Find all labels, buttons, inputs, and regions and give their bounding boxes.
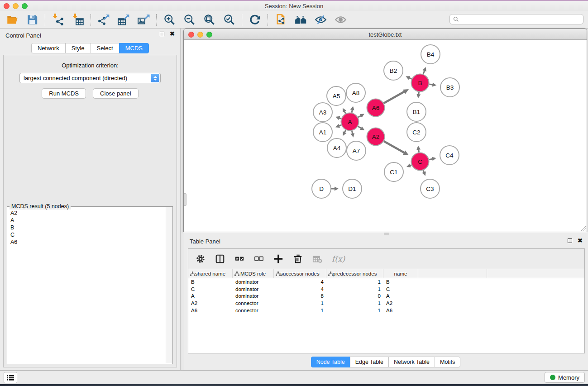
export-image-icon[interactable] bbox=[137, 13, 150, 27]
graph-node-D1[interactable]: D1 bbox=[343, 179, 362, 198]
graph-node-C[interactable]: C bbox=[411, 153, 429, 171]
graph-node-A[interactable]: A bbox=[341, 113, 359, 131]
edge-A6-B[interactable] bbox=[384, 91, 406, 103]
graph-node-B3[interactable]: B3 bbox=[440, 78, 459, 97]
result-item[interactable]: A6 bbox=[10, 238, 172, 246]
graph-node-A1[interactable]: A1 bbox=[313, 123, 332, 142]
network-canvas[interactable]: AA6A2BCA1A3A4A5A7A8B1B2B3B4C1C2C3C4DD1 bbox=[184, 40, 587, 232]
canvas-splitter-handle[interactable] bbox=[184, 193, 186, 206]
tab-network[interactable]: Network bbox=[31, 43, 66, 53]
result-scrollbar[interactable] bbox=[166, 207, 172, 363]
close-table-panel-icon[interactable]: ✖ bbox=[578, 238, 583, 243]
refresh-layout-icon[interactable] bbox=[248, 13, 262, 27]
cell[interactable]: A6 bbox=[188, 308, 233, 313]
graph-node-B4[interactable]: B4 bbox=[421, 45, 440, 64]
graph-node-A8[interactable]: A8 bbox=[346, 83, 365, 102]
cell[interactable]: A bbox=[383, 293, 418, 299]
column-header-empty[interactable] bbox=[418, 269, 487, 278]
memory-button[interactable]: Memory bbox=[545, 372, 585, 383]
vertical-splitter[interactable] bbox=[180, 29, 183, 370]
table-row[interactable]: A6connector11A6 bbox=[188, 307, 584, 314]
cell[interactable]: A6 bbox=[383, 308, 418, 313]
cell[interactable]: 1 bbox=[326, 286, 383, 292]
tab-style[interactable]: Style bbox=[65, 43, 91, 53]
hide-details-icon[interactable] bbox=[314, 13, 327, 27]
zoom-selected-icon[interactable] bbox=[222, 13, 236, 27]
graph-node-A6[interactable]: A6 bbox=[367, 99, 385, 117]
graph-node-A3[interactable]: A3 bbox=[313, 103, 332, 122]
delete-row-icon[interactable] bbox=[293, 253, 303, 265]
graph-node-A2[interactable]: A2 bbox=[367, 128, 385, 146]
table-row[interactable]: A2connector11A2 bbox=[188, 300, 584, 307]
graph-node-A5[interactable]: A5 bbox=[327, 86, 346, 105]
cell[interactable]: A2 bbox=[188, 300, 233, 306]
graph-node-A4[interactable]: A4 bbox=[327, 138, 346, 157]
settings-icon[interactable] bbox=[196, 253, 206, 265]
result-item[interactable]: B bbox=[10, 224, 172, 231]
cell[interactable]: connector bbox=[233, 300, 274, 306]
import-network-icon[interactable] bbox=[51, 13, 65, 27]
cell[interactable]: connector bbox=[233, 308, 274, 313]
table-row[interactable]: Bdominator41B bbox=[188, 278, 584, 286]
run-mcds-button[interactable]: Run MCDS bbox=[42, 88, 86, 99]
cell[interactable]: B bbox=[383, 279, 418, 285]
cell[interactable]: 1 bbox=[326, 308, 383, 313]
cell[interactable]: 1 bbox=[326, 300, 383, 306]
graph-node-B[interactable]: B bbox=[411, 74, 429, 92]
resize-grip-icon[interactable] bbox=[580, 225, 586, 231]
deselect-all-icon[interactable] bbox=[254, 253, 264, 265]
columns-icon[interactable] bbox=[215, 253, 225, 265]
graph-node-B2[interactable]: B2 bbox=[384, 61, 403, 80]
graph-node-C2[interactable]: C2 bbox=[407, 123, 426, 142]
cell[interactable]: A2 bbox=[383, 300, 418, 306]
cell[interactable]: C bbox=[188, 286, 233, 292]
tab-node-table[interactable]: Node Table bbox=[311, 357, 350, 367]
copy-style-icon[interactable] bbox=[274, 13, 287, 27]
home-icon[interactable] bbox=[294, 13, 307, 27]
cell[interactable]: A bbox=[188, 293, 233, 299]
zoom-in-icon[interactable] bbox=[163, 13, 176, 27]
result-item[interactable]: A2 bbox=[10, 210, 172, 217]
zoom-fit-icon[interactable] bbox=[202, 13, 216, 27]
graph-node-C1[interactable]: C1 bbox=[384, 162, 403, 181]
column-header-MCDS-role[interactable]: MCDS role bbox=[233, 269, 274, 278]
cell[interactable]: 1 bbox=[274, 308, 326, 313]
cell[interactable]: 0 bbox=[326, 293, 383, 299]
add-row-icon[interactable] bbox=[273, 253, 283, 265]
cell[interactable]: dominator bbox=[233, 286, 274, 292]
cell[interactable]: dominator bbox=[233, 293, 274, 299]
network-window-titlebar[interactable]: testGlobe.txt bbox=[184, 29, 587, 40]
save-session-icon[interactable] bbox=[25, 13, 39, 27]
column-header-predecessor-nodes[interactable]: predecessor nodes bbox=[326, 269, 383, 278]
cell[interactable]: 4 bbox=[274, 279, 326, 285]
export-table-icon[interactable] bbox=[117, 13, 130, 27]
table-row[interactable]: Cdominator41C bbox=[188, 286, 584, 293]
tab-motifs[interactable]: Motifs bbox=[435, 357, 460, 367]
float-table-panel-icon[interactable] bbox=[568, 238, 572, 243]
tab-edge-table[interactable]: Edge Table bbox=[350, 357, 389, 367]
graph-node-C3[interactable]: C3 bbox=[421, 179, 440, 198]
close-panel-icon[interactable]: ✖ bbox=[170, 32, 175, 36]
cell[interactable]: dominator bbox=[233, 279, 274, 285]
select-all-icon[interactable] bbox=[234, 253, 244, 265]
show-details-icon[interactable] bbox=[334, 13, 347, 27]
export-network-icon[interactable] bbox=[97, 13, 110, 27]
column-header-successor-nodes[interactable]: successor nodes bbox=[274, 269, 326, 278]
result-item[interactable]: C bbox=[10, 231, 172, 238]
table-row[interactable]: Adominator80A bbox=[188, 292, 584, 300]
graph-node-C4[interactable]: C4 bbox=[440, 146, 459, 165]
tab-mcds[interactable]: MCDS bbox=[119, 43, 149, 53]
open-file-icon[interactable] bbox=[5, 13, 19, 27]
search-input[interactable] bbox=[449, 14, 583, 24]
graph-node-A7[interactable]: A7 bbox=[347, 141, 366, 160]
horizontal-splitter[interactable] bbox=[183, 232, 588, 235]
tab-network-table[interactable]: Network Table bbox=[388, 357, 435, 367]
column-header-name[interactable]: name bbox=[383, 269, 418, 278]
cell[interactable]: 1 bbox=[274, 300, 326, 306]
graph-node-B1[interactable]: B1 bbox=[407, 102, 426, 121]
cell[interactable]: 8 bbox=[274, 293, 326, 299]
task-history-button[interactable] bbox=[4, 372, 17, 383]
graph-node-D[interactable]: D bbox=[312, 179, 331, 198]
network-graph[interactable]: AA6A2BCA1A3A4A5A7A8B1B2B3B4C1C2C3C4DD1 bbox=[184, 40, 587, 232]
import-table-icon[interactable] bbox=[71, 13, 85, 27]
